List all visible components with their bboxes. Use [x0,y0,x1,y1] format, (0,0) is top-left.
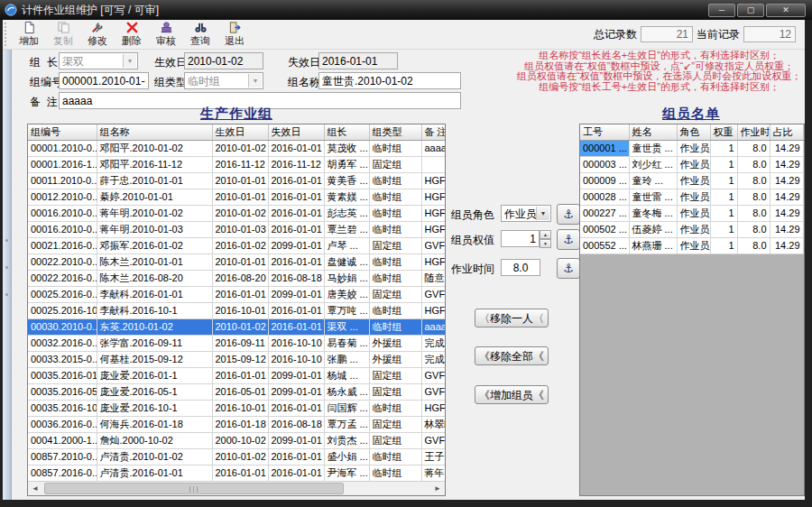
remove-one-button[interactable]: 〈移除一人〈 [475,309,549,327]
table-cell[interactable]: 李献科.2016-01-01 [97,286,212,302]
table-row[interactable]: 000001 ...童世贵 ...作业员18.014.29 [580,140,803,156]
column-header[interactable]: 占比 [770,124,803,140]
table-cell[interactable]: HGFHFG [421,254,445,270]
table-cell[interactable]: 临时组 [369,448,421,465]
table-cell[interactable]: 临时组 [369,140,421,156]
table-cell[interactable]: 2016-01-18 [212,416,268,432]
table-cell[interactable]: 詹灿.2000-10-02 [97,432,212,448]
group-no-field[interactable] [59,72,149,89]
table-cell[interactable]: 00016.2010-0... [28,205,97,221]
table-cell[interactable]: 薛于忠.2010-01-01 [97,172,212,189]
table-cell[interactable]: 2016-05-01 [212,383,268,400]
table-cell[interactable]: 000028 ... [580,189,629,205]
modify-button[interactable]: 修改 [80,21,115,49]
table-cell[interactable]: 8.0 [737,237,770,254]
column-header[interactable]: 组编号 [28,124,97,140]
table-cell[interactable]: GVFDGF [421,237,445,254]
table-cell[interactable]: 张学富.2016-09-11 [97,335,212,351]
table-cell[interactable]: 伍菱婷 ... [629,221,677,237]
table-row[interactable]: 000552 ...林燕珊 ...作业员18.014.29 [580,237,803,254]
table-cell[interactable]: 00001.2010-0... [28,140,97,156]
table-row[interactable]: 00035.2016-01-1庞业爱.2016-01-12016-01-0120… [28,367,445,383]
table-cell[interactable]: 8.0 [737,189,770,205]
table-cell[interactable]: 2016-01-01 [212,286,268,302]
table-cell[interactable]: 作业员 [677,189,710,205]
table-cell[interactable]: 1 [710,172,737,189]
table-cell[interactable]: 2016-11-12 [212,156,268,172]
table-cell[interactable]: 临时组 [369,302,421,318]
spin-up-icon[interactable]: ▲ [540,230,551,239]
weight-stepper[interactable]: ▲ ▼ [540,230,551,247]
table-cell[interactable]: 王子山 [421,448,445,465]
table-cell[interactable]: HGFHFG [421,400,445,416]
table-cell[interactable]: 2016-01-01 [268,221,324,237]
table-cell[interactable]: 2010-01-02 [212,140,268,156]
table-cell[interactable]: 14.29 [770,172,803,189]
table-cell[interactable]: 14.29 [770,205,803,221]
table-cell[interactable]: 盘健诚 ... [324,254,369,270]
table-cell[interactable]: 2099-01-01 [268,432,324,448]
table-cell[interactable]: 固定组 [369,367,421,383]
table-cell[interactable]: 蒋年明.2010-01-02 [97,205,212,221]
table-cell[interactable]: 临时组 [369,465,421,481]
table-cell[interactable]: 1 [710,156,737,172]
table-cell[interactable]: 2016-01-01 [212,465,268,481]
table-row[interactable]: 000009 ...童玲 ...作业员18.014.29 [580,172,803,189]
table-cell[interactable]: 马妙娟 ... [324,270,369,286]
table-cell[interactable]: 000502 ... [580,221,629,237]
table-row[interactable]: 000003 ...刘少红 ...作业员18.014.29 [580,156,803,172]
work-time-field[interactable] [501,259,540,276]
table-cell[interactable]: 覃兰碧 ... [324,221,369,237]
table-cell[interactable]: 1 [710,221,737,237]
table-cell[interactable]: 00035.2016-01-1 [28,367,97,383]
table-cell[interactable]: 作业员 [677,237,710,254]
table-cell[interactable]: 莫茂收 ... [324,140,369,156]
table-cell[interactable]: 2010-01-01 [212,172,268,189]
table-cell[interactable]: 渠双 ... [324,318,369,335]
table-cell[interactable]: 8.0 [737,172,770,189]
table-cell[interactable]: 00030.2010-0... [28,318,97,335]
remove-all-button[interactable]: 《移除全部《 [475,346,549,365]
table-cell[interactable]: 1 [710,140,737,156]
table-cell[interactable]: 00012.2010-0... [28,189,97,205]
table-row[interactable]: 00001.2016-1...邓阳平.2016-11-122016-11-122… [28,156,445,172]
table-cell[interactable]: 陈木兰.2010-01-01 [97,254,212,270]
table-cell[interactable]: HGFHFG [421,302,445,318]
table-cell[interactable]: 2016-01-01 [268,465,324,481]
table-cell[interactable]: 临时组 [369,270,421,286]
table-cell[interactable]: 童冬梅 ... [629,205,677,221]
table-cell[interactable]: 东英.2010-01-02 [97,318,212,335]
table-cell[interactable]: 14.29 [770,156,803,172]
apply-role-button[interactable]: ⚓ [557,204,580,225]
table-cell[interactable]: 000552 ... [580,237,629,254]
table-row[interactable]: 00011.2010-0...薛于忠.2010-01-012010-01-012… [28,172,445,189]
column-header[interactable]: 姓名 [629,124,677,140]
column-header[interactable]: 角色 [677,124,710,140]
column-header[interactable]: 组名称 [97,124,212,140]
table-cell[interactable]: 2016-10-01 [212,302,268,318]
table-cell[interactable]: HGFHFG [421,205,445,221]
table-cell[interactable]: 杨永威 ... [324,383,369,400]
table-cell[interactable]: 刘贵杰 ... [324,432,369,448]
table-cell[interactable]: 2000-10-02 [212,432,268,448]
table-row[interactable]: 00022.2016-0...陈木兰.2016-08-202016-08-202… [28,270,445,286]
table-cell[interactable]: 2016-01-01 [268,189,324,205]
table-cell[interactable]: 卢清贵.2016-01-01 [97,465,212,481]
add-members-button[interactable]: 《增加组员《 [475,385,549,404]
table-cell[interactable]: HGFHFG [421,221,445,237]
column-header[interactable]: 工号 [580,124,629,140]
table-cell[interactable]: 2099-01-01 [268,237,324,254]
table-cell[interactable]: 2010-01-02 [212,318,268,335]
table-cell[interactable]: 000003 ... [580,156,629,172]
query-button[interactable]: 查询 [183,21,217,49]
table-cell[interactable]: 2016-01-01 [268,400,324,416]
left-splitter[interactable] [3,50,12,500]
table-cell[interactable]: 外援组 [369,351,421,367]
table-cell[interactable]: 1 [710,237,737,254]
table-cell[interactable]: 00036.2016-0... [28,416,97,432]
table-cell[interactable]: 杨城 ... [324,367,369,383]
table-cell[interactable]: 1 [710,205,737,221]
table-cell[interactable]: 尹海军 ... [324,465,369,481]
table-cell[interactable]: 00022.2010-0... [28,254,97,270]
table-cell[interactable]: 庞业爱.2016-01-1 [97,367,212,383]
